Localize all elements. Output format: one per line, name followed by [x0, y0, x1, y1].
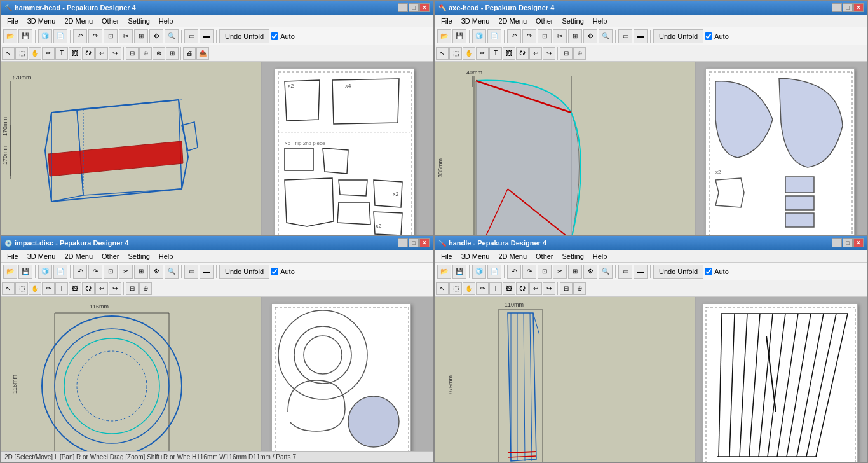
- axe-3d[interactable]: 🧊: [472, 29, 486, 43]
- axe-menu-other[interactable]: Other: [532, 16, 557, 26]
- axe-save[interactable]: 💾: [452, 29, 466, 43]
- impact-rot-r[interactable]: ↷: [88, 265, 102, 279]
- axe-rot-l[interactable]: ↶: [507, 29, 521, 43]
- impact-open[interactable]: 📂: [3, 265, 17, 279]
- menu-file[interactable]: File: [3, 16, 22, 26]
- impact-menu-help[interactable]: Help: [155, 251, 177, 261]
- close-button[interactable]: ✕: [419, 3, 430, 12]
- axe-menu-file[interactable]: File: [437, 16, 456, 26]
- close-axe[interactable]: ✕: [853, 3, 864, 12]
- axe-unfold[interactable]: ⊞: [568, 29, 582, 43]
- scale-btn[interactable]: ⊡: [104, 29, 118, 43]
- settings-btn[interactable]: ⚙: [149, 29, 163, 43]
- handle-zoom[interactable]: 🔍: [599, 265, 613, 279]
- impact-menu-other[interactable]: Other: [98, 251, 123, 261]
- 2d-view-impact[interactable]: [262, 297, 433, 451]
- minimize-axe[interactable]: _: [832, 3, 842, 12]
- impact-t2-2[interactable]: ⬚: [15, 282, 28, 295]
- minimize-impact[interactable]: _: [398, 238, 408, 247]
- handle-t2-2[interactable]: ⬚: [449, 282, 462, 295]
- zoom-in[interactable]: 🔍: [165, 29, 179, 43]
- handle-page[interactable]: ▭: [618, 265, 632, 279]
- save-btn[interactable]: 💾: [18, 29, 32, 43]
- menu-help[interactable]: Help: [155, 16, 177, 26]
- minimize-button[interactable]: _: [398, 3, 408, 12]
- auto-checkbox-axe[interactable]: [705, 32, 712, 40]
- impact-2d[interactable]: 📄: [53, 265, 67, 279]
- impact-t2-11[interactable]: ⊕: [139, 282, 152, 295]
- impact-layout[interactable]: ▬: [200, 265, 214, 279]
- handle-t2-11[interactable]: ⊕: [573, 282, 586, 295]
- layout-btn[interactable]: ▬: [200, 29, 214, 43]
- impact-menu-2d[interactable]: 2D Menu: [60, 251, 97, 261]
- t2-lasso[interactable]: ⬚: [15, 47, 28, 60]
- impact-settings[interactable]: ⚙: [149, 265, 163, 279]
- axe-t2-8[interactable]: ↩: [529, 47, 542, 60]
- menu-setting[interactable]: Setting: [125, 16, 154, 26]
- handle-t2-5[interactable]: T: [489, 282, 502, 295]
- handle-t2-6[interactable]: 🖼: [503, 282, 515, 295]
- handle-2d[interactable]: 📄: [487, 265, 501, 279]
- impact-zoom[interactable]: 🔍: [165, 265, 179, 279]
- auto-checkbox[interactable]: [271, 32, 278, 40]
- maximize-impact[interactable]: □: [409, 238, 419, 247]
- impact-menu-setting[interactable]: Setting: [125, 251, 154, 261]
- handle-menu-other[interactable]: Other: [532, 251, 557, 261]
- axe-t2-5[interactable]: T: [489, 47, 502, 60]
- handle-t2-4[interactable]: ✏: [476, 282, 489, 295]
- handle-menu-3d[interactable]: 3D Menu: [458, 251, 494, 261]
- impact-rot-l[interactable]: ↶: [73, 265, 87, 279]
- axe-scale[interactable]: ⊡: [538, 29, 552, 43]
- menu-other[interactable]: Other: [98, 16, 123, 26]
- auto-checkbox-handle[interactable]: [705, 268, 712, 275]
- t2-snap[interactable]: ⊕: [139, 47, 152, 60]
- handle-scale[interactable]: ⊡: [538, 265, 552, 279]
- handle-3d[interactable]: 🧊: [472, 265, 486, 279]
- cut-btn[interactable]: ✂: [119, 29, 133, 43]
- impact-t2-7[interactable]: 🗘: [82, 282, 95, 295]
- close-impact[interactable]: ✕: [419, 238, 430, 247]
- axe-menu-help[interactable]: Help: [589, 16, 611, 26]
- handle-t2-7[interactable]: 🗘: [516, 282, 529, 295]
- axe-layout[interactable]: ▬: [634, 29, 648, 43]
- handle-t2-8[interactable]: ↩: [529, 282, 542, 295]
- impact-page[interactable]: ▭: [184, 265, 198, 279]
- t2-join[interactable]: ⊞: [166, 47, 179, 60]
- auto-checkbox-impact[interactable]: [271, 268, 278, 275]
- maximize-handle[interactable]: □: [843, 238, 853, 247]
- t2-pencil[interactable]: ✏: [42, 47, 55, 60]
- impact-menu-file[interactable]: File: [3, 251, 22, 261]
- impact-t2-10[interactable]: ⊟: [126, 282, 139, 295]
- axe-t2-2[interactable]: ⬚: [449, 47, 462, 60]
- axe-menu-3d[interactable]: 3D Menu: [458, 16, 494, 26]
- impact-t2-1[interactable]: ↖: [2, 282, 15, 295]
- axe-t2-9[interactable]: ↪: [543, 47, 555, 60]
- t2-redo[interactable]: ↪: [109, 47, 121, 60]
- 3d-view-hammer[interactable]: 170mm 170mm 245mm ↑70mm: [1, 62, 262, 235]
- handle-cut[interactable]: ✂: [553, 265, 567, 279]
- handle-save[interactable]: 💾: [452, 265, 466, 279]
- t2-print[interactable]: 🖨: [183, 47, 196, 60]
- t2-image[interactable]: 🖼: [69, 47, 81, 60]
- 2d-view-axe[interactable]: x2: [696, 62, 867, 235]
- handle-menu-file[interactable]: File: [437, 251, 456, 261]
- axe-settings[interactable]: ⚙: [583, 29, 597, 43]
- axe-t2-3[interactable]: ✋: [463, 47, 475, 60]
- page-btn[interactable]: ▭: [184, 29, 198, 43]
- impact-t2-5[interactable]: T: [55, 282, 68, 295]
- impact-t2-9[interactable]: ↪: [109, 282, 121, 295]
- maximize-button[interactable]: □: [409, 3, 419, 12]
- 2d-view-hammer[interactable]: x2 x4 ×5 - flip 2nd piece: [262, 62, 433, 235]
- axe-2d[interactable]: 📄: [487, 29, 501, 43]
- 3d-view-axe[interactable]: 40mm 335mm 223mm: [435, 62, 696, 235]
- impact-save[interactable]: 💾: [18, 265, 32, 279]
- impact-menu-3d[interactable]: 3D Menu: [24, 251, 60, 261]
- impact-t2-8[interactable]: ↩: [95, 282, 108, 295]
- axe-t2-7[interactable]: 🗘: [516, 47, 529, 60]
- undo-unfold-axe[interactable]: Undo Unfold: [653, 29, 703, 43]
- axe-t2-10[interactable]: ⊟: [560, 47, 573, 60]
- close-handle[interactable]: ✕: [853, 238, 864, 247]
- 2d-view-handle[interactable]: [696, 297, 867, 462]
- handle-settings[interactable]: ⚙: [583, 265, 597, 279]
- 3d-view-handle[interactable]: 110mm 975mm 100mm: [435, 297, 696, 462]
